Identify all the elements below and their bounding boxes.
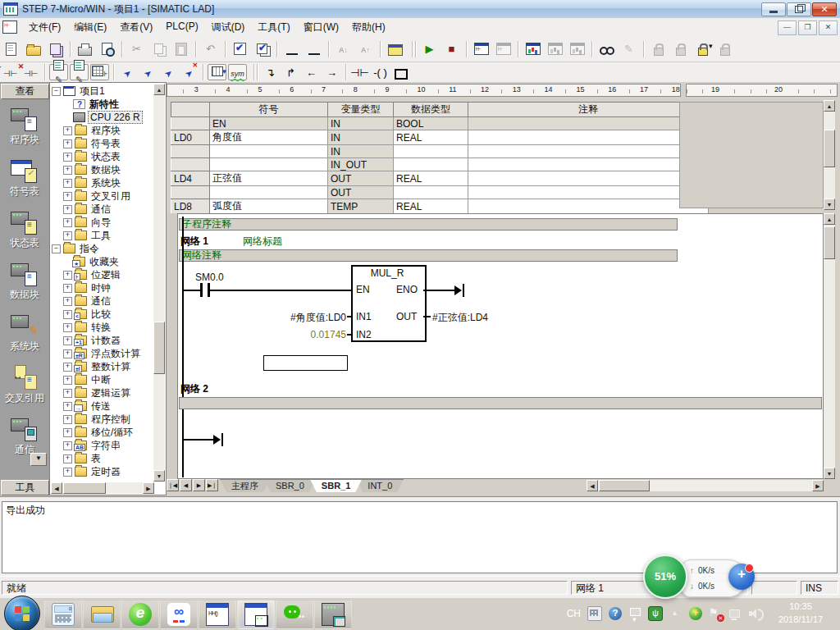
table-cell[interactable] bbox=[210, 186, 328, 199]
tree-expander[interactable]: + bbox=[63, 376, 72, 385]
taskbar-plc-tool[interactable] bbox=[314, 600, 352, 629]
tree-item-通信[interactable]: +通信 bbox=[50, 294, 153, 308]
tree-item-新特性[interactable]: 新特性 bbox=[50, 98, 153, 111]
tree-horizontal-scrollbar[interactable]: ◀ ▶ bbox=[51, 482, 154, 494]
taskbar-browser-360[interactable] bbox=[121, 600, 159, 629]
subroutine-comment[interactable]: 子程序注释 bbox=[179, 218, 678, 231]
tray-keyboard-icon[interactable] bbox=[587, 606, 602, 621]
menu-item-4[interactable]: 调试(D) bbox=[205, 18, 252, 37]
table-cell[interactable] bbox=[468, 186, 709, 199]
bookmark-previous-button[interactable] bbox=[159, 64, 178, 80]
scroll-left-arrow[interactable]: ◀ bbox=[587, 480, 598, 491]
tree-item-状态表[interactable]: +状态表 bbox=[50, 150, 153, 163]
tree-item-移位/循环[interactable]: +移位/循环 bbox=[50, 426, 153, 439]
tree-item-位逻辑[interactable]: +⊦位逻辑 bbox=[50, 268, 153, 281]
upload-button[interactable] bbox=[281, 39, 302, 59]
table-cell[interactable]: BOOL bbox=[394, 117, 468, 130]
tray-help-icon[interactable] bbox=[609, 607, 622, 620]
table-vertical-scrollbar[interactable]: ▲ ▼ bbox=[824, 100, 835, 210]
symbol-table-toggle-button[interactable] bbox=[208, 64, 226, 80]
table-cell[interactable] bbox=[210, 158, 328, 171]
scroll-up-arrow[interactable]: ▲ bbox=[824, 100, 835, 112]
tree-item-数据块[interactable]: +数据块 bbox=[50, 163, 153, 176]
next-tab-button[interactable]: ▶ bbox=[193, 479, 205, 491]
tree-item-通信[interactable]: +通信 bbox=[50, 203, 153, 216]
table-scroll-thumb[interactable] bbox=[824, 130, 835, 167]
tab-主程序[interactable]: 主程序 bbox=[220, 479, 270, 492]
mdi-document-icon[interactable] bbox=[2, 21, 17, 34]
table-cell[interactable] bbox=[210, 145, 328, 158]
delete-network-button[interactable] bbox=[21, 64, 40, 80]
tree-expander[interactable]: + bbox=[63, 468, 72, 477]
view-bar-more-button[interactable]: ▼ bbox=[30, 453, 47, 466]
table-cell[interactable]: OUT bbox=[328, 171, 394, 186]
tray-antivirus-360-icon[interactable] bbox=[689, 607, 702, 620]
viewbar-item-状态表[interactable]: 状态表 bbox=[0, 210, 49, 250]
table-cell[interactable]: EN bbox=[210, 117, 328, 130]
accelerator-ball-icon[interactable] bbox=[728, 564, 755, 590]
taskbar-clock[interactable]: 10:35 2018/11/17 bbox=[765, 600, 837, 626]
menu-item-1[interactable]: 编辑(E) bbox=[67, 18, 113, 37]
bookmark-clear-button[interactable] bbox=[180, 64, 199, 80]
table-cell[interactable] bbox=[394, 158, 468, 171]
tree-vertical-scrollbar[interactable]: ▲ ▼ bbox=[153, 84, 165, 482]
line-right-button[interactable]: → bbox=[322, 64, 341, 80]
tree-expander[interactable]: − bbox=[52, 87, 61, 96]
tab-SBR_0[interactable]: SBR_0 bbox=[264, 479, 316, 492]
tree-expander[interactable]: + bbox=[63, 179, 72, 188]
tree-expander[interactable]: + bbox=[63, 389, 72, 398]
tree-item-工具[interactable]: +工具 bbox=[50, 229, 153, 242]
table-cell[interactable]: LD0 bbox=[171, 130, 210, 145]
taskbar-windows-explorer[interactable] bbox=[83, 600, 121, 629]
stop-mode-button[interactable]: ■ bbox=[441, 39, 462, 59]
view-symbol-info-button[interactable] bbox=[70, 64, 89, 80]
last-tab-button[interactable]: ▶❘ bbox=[206, 479, 218, 491]
table-cell[interactable] bbox=[171, 145, 210, 158]
tree-item-字符串[interactable]: +AB字符串 bbox=[50, 439, 153, 452]
start-button[interactable] bbox=[4, 596, 40, 630]
menu-item-6[interactable]: 窗口(W) bbox=[297, 18, 345, 37]
ladder-vertical-scrollbar[interactable]: ▲ ▼ bbox=[824, 213, 835, 479]
tree-expander[interactable]: + bbox=[63, 428, 72, 437]
status-chart-button[interactable] bbox=[523, 39, 543, 59]
tree-item-转换[interactable]: +转换 bbox=[50, 321, 153, 334]
insert-coil-button[interactable]: -( ) bbox=[371, 64, 390, 80]
tree-item-表[interactable]: +表 bbox=[50, 452, 153, 465]
taskbar-step7-simatic-lad[interactable] bbox=[237, 600, 275, 629]
view-bar-header[interactable]: 查看 bbox=[1, 84, 49, 99]
tree-item-时钟[interactable]: +时钟 bbox=[50, 281, 153, 294]
tree-expander[interactable]: + bbox=[63, 126, 72, 135]
menu-item-0[interactable]: 文件(F) bbox=[22, 18, 67, 37]
compile-button[interactable] bbox=[230, 39, 250, 59]
tree-item-浮点数计算[interactable]: +±R浮点数计算 bbox=[50, 347, 153, 360]
table-cell[interactable]: IN_OUT bbox=[328, 158, 394, 171]
tree-item-指令[interactable]: −指令 bbox=[50, 242, 153, 255]
table-cell[interactable] bbox=[394, 145, 468, 158]
network1-comment[interactable]: 网络注释 bbox=[179, 249, 678, 262]
options-button[interactable] bbox=[385, 39, 405, 59]
new-file-button[interactable] bbox=[1, 39, 21, 59]
tree-expander[interactable]: + bbox=[63, 218, 72, 227]
tree-expander[interactable]: − bbox=[52, 244, 61, 253]
restore-button[interactable] bbox=[787, 2, 811, 16]
tree-item-逻辑运算[interactable]: +逻辑运算 bbox=[50, 386, 153, 399]
ladder-scroll-thumb[interactable] bbox=[824, 226, 835, 259]
taskbar-calculator[interactable] bbox=[44, 600, 82, 629]
bookmark-next-button[interactable] bbox=[139, 64, 158, 80]
tree-item-整数计算[interactable]: +±I整数计算 bbox=[50, 360, 153, 373]
taskbar-step7-microwin[interactable] bbox=[199, 600, 236, 629]
tray-network-icon[interactable] bbox=[728, 607, 742, 620]
scroll-up-arrow[interactable]: ▲ bbox=[824, 213, 835, 225]
network1-title[interactable]: 网络标题 bbox=[243, 235, 282, 249]
insert-network-button[interactable] bbox=[1, 64, 20, 80]
out-operand[interactable]: #正弦值:LD4 bbox=[432, 311, 488, 325]
tree-expander[interactable]: + bbox=[63, 205, 72, 214]
tree-expander[interactable]: + bbox=[63, 323, 72, 332]
tree-item-传送[interactable]: +→传送 bbox=[50, 399, 153, 413]
line-up-button[interactable]: ↱ bbox=[281, 64, 300, 80]
tree-expander[interactable]: + bbox=[63, 310, 72, 319]
mdi-restore-button[interactable]: ❐ bbox=[798, 21, 817, 35]
table-cell[interactable]: 弧度值 bbox=[210, 199, 328, 214]
open-file-button[interactable] bbox=[23, 39, 43, 59]
program-monitor-button[interactable] bbox=[596, 39, 617, 59]
